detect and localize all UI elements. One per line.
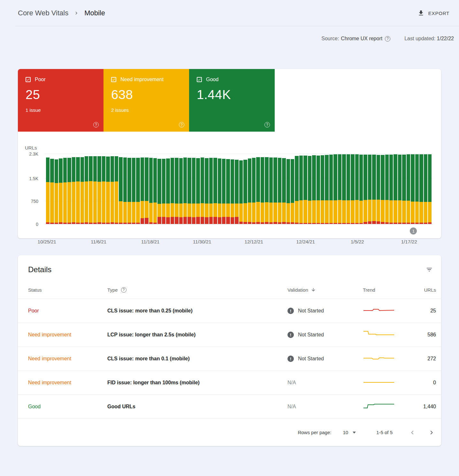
stacked-bar[interactable] (248, 154, 251, 224)
breadcrumb-core-web-vitals[interactable]: Core Web Vitals (18, 9, 68, 17)
checkbox-poor-icon[interactable] (26, 77, 31, 82)
stacked-bar[interactable] (192, 154, 195, 224)
stacked-bar[interactable] (231, 154, 234, 224)
stacked-bar[interactable] (282, 154, 286, 224)
stacked-bar[interactable] (153, 154, 157, 224)
stacked-bar[interactable] (179, 154, 183, 224)
stacked-bar[interactable] (80, 154, 84, 224)
stacked-bar[interactable] (171, 154, 174, 224)
stacked-bar[interactable] (363, 154, 367, 224)
stacked-bar[interactable] (85, 154, 88, 224)
stacked-bar[interactable] (419, 154, 423, 224)
stacked-bar[interactable] (308, 154, 311, 224)
stacked-bar[interactable] (252, 154, 256, 224)
summary-card-need-improvement[interactable]: Need improvement 638 2 issues ? (103, 69, 189, 132)
checkbox-good-icon[interactable] (197, 77, 202, 82)
stacked-bar[interactable] (402, 154, 406, 224)
stacked-bar[interactable] (261, 154, 264, 224)
stacked-bar[interactable] (291, 154, 294, 224)
stacked-bar[interactable] (347, 154, 350, 224)
checkbox-need-improvement-icon[interactable] (111, 77, 116, 82)
stacked-bar[interactable] (359, 154, 363, 224)
stacked-bar[interactable] (46, 154, 50, 224)
stacked-bar[interactable] (89, 154, 92, 224)
stacked-bar[interactable] (411, 154, 414, 224)
stacked-bar[interactable] (243, 154, 247, 224)
stacked-bar[interactable] (149, 154, 153, 224)
stacked-bar[interactable] (333, 154, 337, 224)
stacked-bar[interactable] (63, 154, 67, 224)
stacked-bar[interactable] (325, 154, 328, 224)
stacked-bar[interactable] (239, 154, 243, 224)
stacked-bar[interactable] (205, 154, 208, 224)
stacked-bar[interactable] (428, 154, 432, 224)
column-validation-sort[interactable]: Validation (287, 287, 363, 293)
stacked-bar[interactable] (72, 154, 75, 224)
stacked-bar[interactable] (162, 154, 165, 224)
stacked-bar[interactable] (175, 154, 178, 224)
summary-card-poor[interactable]: Poor 25 1 issue ? (18, 69, 103, 132)
stacked-bar[interactable] (381, 154, 384, 224)
stacked-bar[interactable] (196, 154, 200, 224)
table-row[interactable]: PoorCLS issue: more than 0.25 (mobile)!N… (18, 299, 441, 323)
stacked-bar[interactable] (226, 154, 230, 224)
stacked-bar[interactable] (136, 154, 140, 224)
stacked-bar[interactable] (415, 154, 419, 224)
summary-card-good[interactable]: Good 1.44K ? (189, 69, 275, 132)
stacked-bar[interactable] (394, 154, 397, 224)
stacked-bar[interactable] (132, 154, 135, 224)
previous-page-button[interactable] (407, 427, 417, 438)
stacked-bar[interactable] (102, 154, 105, 224)
stacked-bar[interactable] (398, 154, 402, 224)
stacked-bar[interactable] (287, 154, 290, 224)
stacked-bar[interactable] (269, 154, 273, 224)
stacked-bar[interactable] (55, 154, 58, 224)
chart-annotation-marker[interactable]: 1 (410, 227, 417, 234)
stacked-bar[interactable] (97, 154, 101, 224)
stacked-bar[interactable] (235, 154, 238, 224)
stacked-bar[interactable] (141, 154, 144, 224)
next-page-button[interactable] (426, 427, 437, 438)
stacked-bar[interactable] (222, 154, 226, 224)
stacked-bar[interactable] (127, 154, 131, 224)
stacked-bar[interactable] (312, 154, 316, 224)
help-icon[interactable]: ? (264, 122, 270, 127)
stacked-bar[interactable] (115, 154, 118, 224)
stacked-bar[interactable] (377, 154, 380, 224)
stacked-bar[interactable] (218, 154, 221, 224)
stacked-bar[interactable] (201, 154, 204, 224)
table-row[interactable]: Need improvementLCP issue: longer than 2… (18, 323, 441, 347)
stacked-bar[interactable] (273, 154, 277, 224)
stacked-bar[interactable] (338, 154, 341, 224)
stacked-bar[interactable] (119, 154, 122, 224)
stacked-bar[interactable] (351, 154, 354, 224)
stacked-bar[interactable] (187, 154, 191, 224)
stacked-bar[interactable] (67, 154, 71, 224)
stacked-bar[interactable] (50, 154, 54, 224)
stacked-bar[interactable] (157, 154, 161, 224)
table-row[interactable]: Need improvementCLS issue: more than 0.1… (18, 347, 441, 371)
rows-per-page-select[interactable]: 10 (343, 430, 356, 435)
stacked-bar[interactable] (368, 154, 371, 224)
stacked-bar[interactable] (278, 154, 281, 224)
stacked-bar[interactable] (183, 154, 187, 224)
stacked-bar[interactable] (329, 154, 333, 224)
filter-button[interactable] (425, 265, 434, 274)
help-icon[interactable]: ? (385, 36, 390, 42)
help-icon[interactable]: ? (93, 122, 99, 127)
stacked-bar[interactable] (145, 154, 148, 224)
stacked-bar[interactable] (389, 154, 393, 224)
stacked-bar[interactable] (106, 154, 110, 224)
stacked-bar[interactable] (123, 154, 127, 224)
stacked-bar[interactable] (407, 154, 410, 224)
stacked-bar[interactable] (213, 154, 217, 224)
stacked-bar[interactable] (303, 154, 307, 224)
stacked-bar[interactable] (76, 154, 80, 224)
help-icon[interactable]: ? (121, 287, 126, 293)
export-button[interactable]: EXPORT (417, 10, 449, 17)
stacked-bar[interactable] (265, 154, 268, 224)
stacked-bar[interactable] (111, 154, 114, 224)
stacked-bar[interactable] (385, 154, 389, 224)
table-row[interactable]: GoodGood URLsN/A1,440 (18, 395, 441, 418)
stacked-bar[interactable] (166, 154, 170, 224)
